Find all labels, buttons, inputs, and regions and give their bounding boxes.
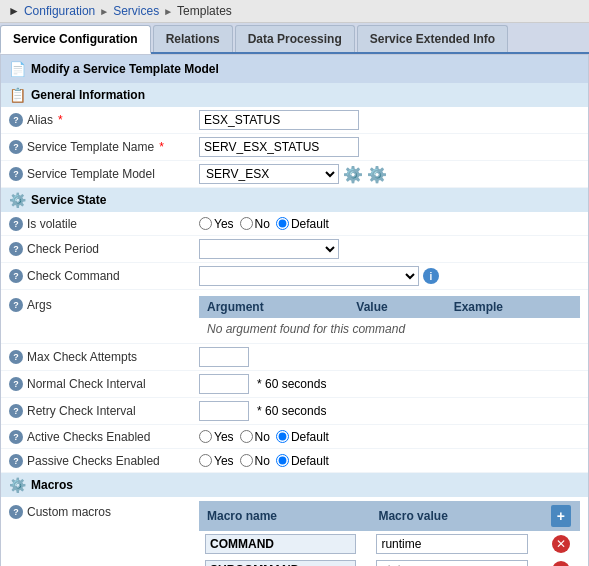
breadcrumb-configuration[interactable]: Configuration bbox=[24, 4, 95, 18]
breadcrumb-templates: Templates bbox=[177, 4, 232, 18]
check-period-help-icon[interactable]: ? bbox=[9, 242, 23, 256]
mca-input[interactable] bbox=[199, 347, 249, 367]
check-command-select[interactable] bbox=[199, 266, 419, 286]
pce-no-radio[interactable] bbox=[240, 454, 253, 467]
rci-suffix: * 60 seconds bbox=[257, 404, 326, 418]
general-info-header: 📋 General Information bbox=[1, 83, 588, 107]
volatile-no-label[interactable]: No bbox=[240, 217, 270, 231]
ace-help-icon[interactable]: ? bbox=[9, 430, 23, 444]
gear2-icon[interactable]: ⚙️ bbox=[367, 165, 387, 184]
stn-help-icon[interactable]: ? bbox=[9, 140, 23, 154]
alias-help-icon[interactable]: ? bbox=[9, 113, 23, 127]
macro-row: ✕ bbox=[199, 557, 580, 566]
ace-default-label[interactable]: Default bbox=[276, 430, 329, 444]
args-help-icon[interactable]: ? bbox=[9, 298, 23, 312]
service-template-model-select[interactable]: SERV_ESX bbox=[199, 164, 339, 184]
volatile-value-group: Yes No Default bbox=[199, 217, 580, 231]
check-command-label: Check Command bbox=[27, 269, 120, 283]
macro-value-input-0[interactable] bbox=[376, 534, 527, 554]
args-row: ? Args Argument Value Example No argumen… bbox=[1, 290, 588, 344]
nci-help-icon[interactable]: ? bbox=[9, 377, 23, 391]
alias-label: Alias bbox=[27, 113, 53, 127]
passive-checks-row: ? Passive Checks Enabled Yes No Default bbox=[1, 449, 588, 473]
pce-help-icon[interactable]: ? bbox=[9, 454, 23, 468]
macro-name-input-0[interactable] bbox=[205, 534, 356, 554]
rci-label: Retry Check Interval bbox=[27, 404, 136, 418]
is-volatile-row: ? Is volatile Yes No Default bbox=[1, 212, 588, 236]
ace-value-group: Yes No Default bbox=[199, 430, 580, 444]
args-col-argument: Argument bbox=[199, 296, 348, 318]
tab-service-configuration[interactable]: Service Configuration bbox=[0, 25, 151, 54]
ace-default-radio[interactable] bbox=[276, 430, 289, 443]
tab-relations[interactable]: Relations bbox=[153, 25, 233, 52]
mca-help-icon[interactable]: ? bbox=[9, 350, 23, 364]
args-col-value: Value bbox=[348, 296, 445, 318]
check-period-row: ? Check Period bbox=[1, 236, 588, 263]
cm-help-icon[interactable]: ? bbox=[9, 505, 23, 519]
document-icon: 📄 bbox=[9, 61, 25, 77]
volatile-no-radio[interactable] bbox=[240, 217, 253, 230]
nci-input[interactable] bbox=[199, 374, 249, 394]
alias-label-group: ? Alias * bbox=[9, 113, 199, 127]
service-template-model-value-group: SERV_ESX ⚙️ ⚙️ bbox=[199, 164, 580, 184]
page-title: Modify a Service Template Model bbox=[31, 62, 219, 76]
alias-row: ? Alias * bbox=[1, 107, 588, 134]
custom-macros-row: ? Custom macros Macro name Macro value + bbox=[1, 497, 588, 566]
check-period-value-group bbox=[199, 239, 580, 259]
tab-bar: Service Configuration Relations Data Pro… bbox=[0, 23, 589, 54]
macro-value-input-1[interactable] bbox=[376, 560, 527, 566]
nci-value-group: * 60 seconds bbox=[199, 374, 580, 394]
tab-data-processing[interactable]: Data Processing bbox=[235, 25, 355, 52]
breadcrumb-services[interactable]: Services bbox=[113, 4, 159, 18]
max-check-attempts-label-group: ? Max Check Attempts bbox=[9, 350, 199, 364]
tab-service-extended-info[interactable]: Service Extended Info bbox=[357, 25, 508, 52]
max-check-attempts-row: ? Max Check Attempts bbox=[1, 344, 588, 371]
volatile-yes-label[interactable]: Yes bbox=[199, 217, 234, 231]
pce-default-radio[interactable] bbox=[276, 454, 289, 467]
add-macro-button[interactable]: + bbox=[551, 505, 571, 527]
args-table: Argument Value Example No argument found… bbox=[199, 296, 580, 340]
args-col-example: Example bbox=[446, 296, 580, 318]
service-state-header: ⚙️ Service State bbox=[1, 188, 588, 212]
form-content: 📄 Modify a Service Template Model 📋 Gene… bbox=[0, 54, 589, 566]
args-value-group: Argument Value Example No argument found… bbox=[199, 294, 580, 340]
volatile-default-label[interactable]: Default bbox=[276, 217, 329, 231]
macro-name-input-1[interactable] bbox=[205, 560, 356, 566]
pce-yes-label[interactable]: Yes bbox=[199, 454, 234, 468]
volatile-help-icon[interactable]: ? bbox=[9, 217, 23, 231]
macro-col-value: Macro value bbox=[370, 501, 541, 531]
check-command-help-icon[interactable]: ? bbox=[9, 269, 23, 283]
volatile-default-radio[interactable] bbox=[276, 217, 289, 230]
mca-value-group bbox=[199, 347, 580, 367]
check-period-label-group: ? Check Period bbox=[9, 242, 199, 256]
volatile-yes-radio[interactable] bbox=[199, 217, 212, 230]
macros-header: ⚙️ Macros bbox=[1, 473, 588, 497]
breadcrumb-sep-1: ► bbox=[99, 6, 109, 17]
check-command-info-icon[interactable]: i bbox=[423, 268, 439, 284]
pce-default-label[interactable]: Default bbox=[276, 454, 329, 468]
alias-input[interactable] bbox=[199, 110, 359, 130]
ace-no-label[interactable]: No bbox=[240, 430, 270, 444]
macro-delete-cell: ✕ bbox=[542, 557, 580, 566]
check-period-select[interactable] bbox=[199, 239, 339, 259]
ace-no-radio[interactable] bbox=[240, 430, 253, 443]
delete-macro-button-0[interactable]: ✕ bbox=[552, 535, 570, 553]
pce-label-group: ? Passive Checks Enabled bbox=[9, 454, 199, 468]
delete-macro-button-1[interactable]: ✕ bbox=[552, 561, 570, 566]
macro-col-name: Macro name bbox=[199, 501, 370, 531]
service-state-label: Service State bbox=[31, 193, 106, 207]
rci-input[interactable] bbox=[199, 401, 249, 421]
ace-yes-radio[interactable] bbox=[199, 430, 212, 443]
config-icon[interactable]: ⚙️ bbox=[343, 165, 363, 184]
service-template-name-input[interactable] bbox=[199, 137, 359, 157]
check-command-label-group: ? Check Command bbox=[9, 269, 199, 283]
pce-yes-radio[interactable] bbox=[199, 454, 212, 467]
ace-yes-label[interactable]: Yes bbox=[199, 430, 234, 444]
rci-help-icon[interactable]: ? bbox=[9, 404, 23, 418]
pce-no-label[interactable]: No bbox=[240, 454, 270, 468]
cm-value-group: Macro name Macro value + ✕ bbox=[199, 501, 580, 566]
check-command-row: ? Check Command i bbox=[1, 263, 588, 290]
stm-help-icon[interactable]: ? bbox=[9, 167, 23, 181]
macros-section-icon: ⚙️ bbox=[9, 477, 25, 493]
macro-value-cell bbox=[370, 557, 541, 566]
